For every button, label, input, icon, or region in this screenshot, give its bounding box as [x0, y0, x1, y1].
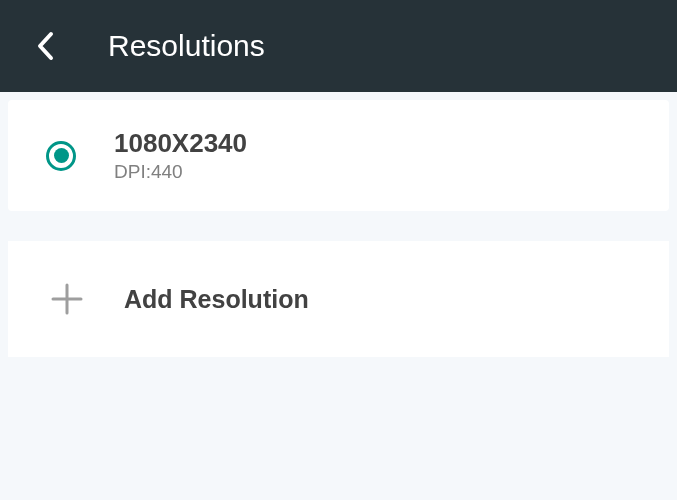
plus-icon [50, 282, 84, 316]
add-resolution-button[interactable]: Add Resolution [8, 241, 669, 357]
resolution-text: 1080X2340 DPI:440 [114, 128, 247, 183]
header-bar: Resolutions [0, 0, 677, 92]
back-icon[interactable] [28, 28, 64, 64]
radio-inner [54, 148, 69, 163]
content-area: 1080X2340 DPI:440 Add Resolution [0, 92, 677, 365]
add-resolution-label: Add Resolution [124, 285, 309, 314]
resolution-item[interactable]: 1080X2340 DPI:440 [8, 100, 669, 211]
resolution-dpi: DPI:440 [114, 161, 247, 183]
resolution-value: 1080X2340 [114, 128, 247, 159]
page-title: Resolutions [108, 29, 265, 63]
radio-selected-icon [46, 141, 76, 171]
